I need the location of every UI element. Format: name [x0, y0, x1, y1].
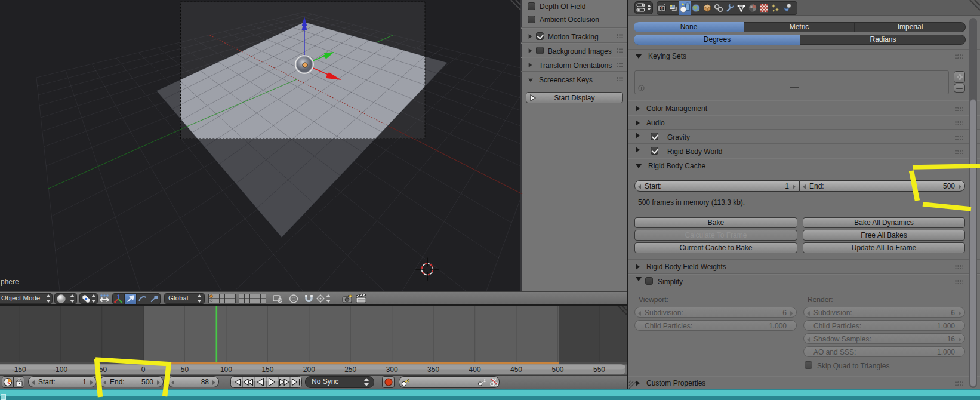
svg-text:350: 350 — [427, 365, 439, 374]
svg-text:0: 0 — [141, 365, 146, 374]
svg-text:-150: -150 — [12, 365, 26, 374]
svg-text:400: 400 — [469, 365, 481, 374]
svg-text:450: 450 — [510, 365, 522, 374]
svg-text:500: 500 — [551, 365, 563, 374]
svg-text:250: 250 — [344, 365, 356, 374]
svg-text:50: 50 — [181, 365, 189, 374]
svg-text:-50: -50 — [97, 365, 107, 374]
svg-text:-100: -100 — [53, 365, 67, 374]
svg-text:150: 150 — [261, 365, 273, 374]
svg-text:100: 100 — [220, 365, 232, 374]
svg-text:200: 200 — [303, 365, 315, 374]
svg-text:300: 300 — [386, 365, 398, 374]
svg-text:phere: phere — [1, 278, 19, 286]
svg-text:550: 550 — [593, 365, 605, 374]
